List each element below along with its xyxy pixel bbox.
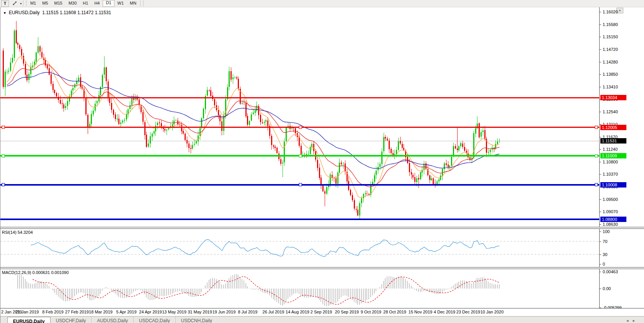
axis-tick <box>600 264 601 264</box>
chart-title-ohlc: 1.11515 1.11608 1.11472 1.11531 <box>42 10 111 15</box>
date-axis-label: 23 Dec 2019 <box>456 310 480 314</box>
text-tool-button[interactable]: T <box>1 0 9 7</box>
date-axis[interactable]: 2 Jan 201921 Jan 20198 Feb 201927 Feb 20… <box>0 308 644 316</box>
rsi-plot[interactable]: RSI(14) 54.3204 <box>0 229 600 267</box>
top-toolbar: T ▼ M1M5M15M30H1H4D1W1MN <box>0 0 644 7</box>
axis-tick <box>600 272 601 272</box>
axis-tick <box>600 254 601 255</box>
price-line-label: 1.08800 <box>600 217 626 222</box>
macd-axis[interactable]: 0.004630.00-0.005299 <box>600 269 644 308</box>
rsi-indicator-chart[interactable] <box>0 229 600 267</box>
date-axis-label: 5 Apr 2019 <box>116 310 136 314</box>
tab-usdchf-daily[interactable]: USDCHF,Daily <box>51 316 92 323</box>
axis-tick-label: 1.10370 <box>603 172 618 177</box>
toolbar-grip <box>140 1 144 6</box>
tab-eurusd-daily[interactable]: EURUSD,Daily <box>7 317 51 323</box>
axis-tick-label: 1.08630 <box>603 222 618 227</box>
timeframe-button-m30[interactable]: M30 <box>65 0 80 7</box>
macd-pane: MACD(12,26,9) 0.000631 0.001090 0.004630… <box>0 269 644 308</box>
axis-tick-label: 100 <box>603 229 610 234</box>
timeframe-button-m1[interactable]: M1 <box>27 0 39 7</box>
date-axis-label: 26 Jul 2019 <box>263 310 284 314</box>
tab-scroll-right-icon[interactable]: ► <box>632 319 639 323</box>
date-axis-label: 18 Mar 2019 <box>89 310 113 314</box>
axis-tick <box>600 212 601 212</box>
date-axis-label: 31 May 2019 <box>188 310 212 314</box>
date-axis-label: 28 Oct 2019 <box>383 310 406 314</box>
toolbar-grip <box>23 1 26 6</box>
chart-window: ▼EURUSD,Daily 1.11515 1.11608 1.11472 1.… <box>0 7 644 323</box>
axis-tick-label: 1.15150 <box>603 34 618 39</box>
axis-tick <box>600 112 601 112</box>
arrows-tool-button[interactable] <box>10 1 19 7</box>
date-axis-label: 9 Oct 2019 <box>361 310 381 314</box>
chart-tab-bar: EURUSD,Daily USDCHF,Daily AUDUSD,Daily U… <box>0 316 644 323</box>
axis-tick-label: 1.16020 <box>603 10 618 15</box>
axis-tick-label: 1.14280 <box>603 60 618 65</box>
main-chart-plot[interactable]: ▼EURUSD,Daily 1.11515 1.11608 1.11472 1.… <box>0 7 600 227</box>
timeframe-button-w1[interactable]: W1 <box>114 0 127 7</box>
tab-usdcad-daily[interactable]: USDCAD,Daily <box>133 316 175 323</box>
axis-tick <box>600 199 601 200</box>
axis-tick <box>600 149 601 150</box>
axis-tick-label: 70 <box>603 239 607 244</box>
price-line-label: 1.11531 <box>600 138 626 144</box>
axis-tick <box>600 137 601 137</box>
axis-tick <box>600 49 601 50</box>
axis-tick-label: 0 <box>603 262 605 267</box>
axis-tick <box>600 37 601 37</box>
date-axis-label: 14 Aug 2019 <box>286 310 309 314</box>
axis-tick <box>600 62 601 62</box>
arrows-tool-caret-icon[interactable]: ▼ <box>20 2 22 5</box>
axis-tick-label: 1.15580 <box>603 22 618 27</box>
date-axis-label: 15 Nov 2019 <box>409 310 432 314</box>
diagonal-arrows-icon <box>12 1 17 7</box>
chart-title-marker-icon: ▼ <box>3 11 7 15</box>
rsi-pane: RSI(14) 54.3204 10070300 <box>0 229 644 267</box>
axis-tick-label: 1.13410 <box>603 85 618 90</box>
axis-tick-label: 1.14720 <box>603 47 618 52</box>
tab-usdcnh-daily[interactable]: USDCNH,Daily <box>175 316 217 323</box>
axis-tick-label: 1.09070 <box>603 209 618 214</box>
axis-tick <box>600 241 601 242</box>
axis-tick-label: 1.10800 <box>603 160 618 165</box>
date-axis-label: 4 Dec 2019 <box>434 310 455 314</box>
axis-tick-label: 1.11240 <box>603 147 618 152</box>
macd-label: MACD(12,26,9) 0.000631 0.001090 <box>2 270 69 275</box>
axis-tick-label: 1.12540 <box>603 109 618 114</box>
axis-tick-label: 30 <box>603 252 607 257</box>
axis-tick-label: 1.09500 <box>603 197 618 202</box>
timeframe-button-h1[interactable]: H1 <box>80 0 91 7</box>
price-line-label: 1.11009 <box>600 153 626 158</box>
axis-tick-label: 0.00 <box>603 286 611 291</box>
date-axis-label: 24 Apr 2019 <box>139 310 162 314</box>
candlestick-chart[interactable] <box>0 7 600 227</box>
rsi-label: RSI(14) 54.3204 <box>2 230 33 235</box>
chart-title-symbol: EURUSD,Daily <box>9 10 40 15</box>
price-line-label: 1.13034 <box>600 95 626 100</box>
tab-scroll-left-icon[interactable]: ◄ <box>626 319 632 323</box>
macd-indicator-chart[interactable] <box>0 269 600 308</box>
tab-scroll-arrows[interactable]: ◄► <box>626 319 639 323</box>
date-axis-label: 27 Feb 2019 <box>65 310 89 314</box>
axis-tick <box>600 174 601 175</box>
axis-tick <box>600 224 601 225</box>
timeframe-button-d1[interactable]: D1 <box>103 0 114 7</box>
axis-tick <box>600 87 601 87</box>
date-axis-label: 21 Jan 2019 <box>16 310 39 314</box>
macd-plot[interactable]: MACD(12,26,9) 0.000631 0.001090 <box>0 269 600 308</box>
price-axis[interactable]: ▲ 1.160201.155801.151501.147201.142801.1… <box>600 7 644 227</box>
chart-title: ▼EURUSD,Daily 1.11515 1.11608 1.11472 1.… <box>3 10 111 15</box>
date-axis-label: 8 Jul 2019 <box>238 310 258 314</box>
main-chart-pane: ▼EURUSD,Daily 1.11515 1.11608 1.11472 1.… <box>0 7 644 227</box>
date-axis-label: 19 Jun 2019 <box>212 310 236 314</box>
axis-tick <box>600 24 601 25</box>
tab-audusd-daily[interactable]: AUDUSD,Daily <box>91 316 133 323</box>
timeframe-button-m5[interactable]: M5 <box>39 0 51 7</box>
timeframe-button-mn[interactable]: MN <box>127 0 139 7</box>
axis-tick-label: 0.00463 <box>603 269 618 274</box>
rsi-axis[interactable]: 10070300 <box>600 229 644 267</box>
timeframe-button-m15[interactable]: M15 <box>51 0 65 7</box>
price-line-label: 1.12005 <box>600 125 626 130</box>
timeframe-button-h4[interactable]: H4 <box>91 0 103 7</box>
